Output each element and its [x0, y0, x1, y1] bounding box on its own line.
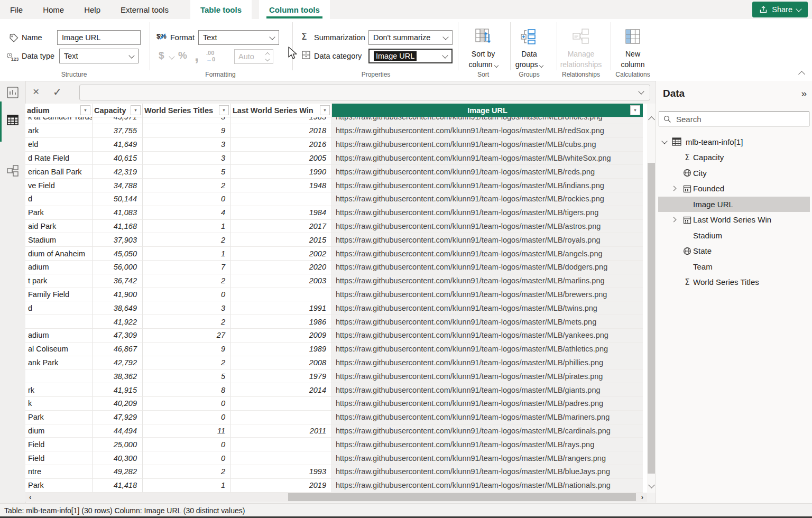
- titles-cell[interactable]: 3: [143, 152, 231, 165]
- stadium-cell[interactable]: adium: [25, 261, 93, 274]
- last-win-cell[interactable]: [231, 288, 332, 302]
- capacity-cell[interactable]: 41,168: [93, 220, 143, 234]
- capacity-cell[interactable]: 41,418: [93, 479, 143, 493]
- chevron-right-icon[interactable]: [671, 186, 677, 191]
- field-item-world-series-titles[interactable]: ΣWorld Series Titles: [656, 274, 812, 290]
- tab-home[interactable]: Home: [33, 0, 74, 19]
- last-win-cell[interactable]: 2018: [231, 124, 332, 138]
- last-win-cell[interactable]: 2019: [231, 479, 332, 493]
- search-input[interactable]: Search: [659, 112, 809, 126]
- chevron-right-icon[interactable]: [671, 217, 677, 223]
- scroll-up-icon[interactable]: [648, 116, 655, 123]
- image-url-cell[interactable]: https://raw.githubusercontent.com/klunn9…: [332, 288, 643, 302]
- stadium-cell[interactable]: adium: [25, 329, 93, 343]
- last-win-cell[interactable]: 2003: [231, 274, 332, 288]
- stadium-cell[interactable]: aid Park: [25, 220, 93, 234]
- capacity-cell[interactable]: 56,000: [93, 261, 143, 274]
- table-node-mlb-team-info[interactable]: mlb-team-info[1]: [656, 134, 812, 150]
- stadium-cell[interactable]: Family Field: [25, 288, 93, 302]
- capacity-cell[interactable]: 46,867: [93, 343, 143, 356]
- name-input[interactable]: Image URL: [57, 30, 141, 45]
- collapse-ribbon-icon[interactable]: [798, 71, 805, 78]
- last-win-cell[interactable]: 2009: [231, 329, 332, 343]
- last-win-cell[interactable]: 2020: [231, 261, 332, 274]
- image-url-cell[interactable]: https://raw.githubusercontent.com/klunn9…: [332, 301, 643, 315]
- report-view-icon[interactable]: [6, 86, 19, 99]
- titles-cell[interactable]: 2: [143, 356, 231, 370]
- stadium-cell[interactable]: Park: [25, 206, 93, 220]
- titles-cell[interactable]: 0: [143, 192, 231, 206]
- last-win-cell[interactable]: 1990: [231, 165, 332, 179]
- last-win-cell[interactable]: 1991: [231, 301, 332, 315]
- column-header-capacity[interactable]: Capacity▼: [93, 104, 143, 117]
- image-url-cell[interactable]: https://raw.githubusercontent.com/klunn9…: [332, 329, 643, 343]
- last-win-cell[interactable]: 1989: [231, 343, 332, 356]
- image-url-cell[interactable]: https://raw.githubusercontent.com/klunn9…: [332, 247, 643, 261]
- capacity-cell[interactable]: 47,309: [93, 329, 143, 343]
- capacity-cell[interactable]: 40,300: [93, 451, 143, 465]
- image-url-cell[interactable]: https://raw.githubusercontent.com/klunn9…: [332, 424, 643, 438]
- stadium-cell[interactable]: Park: [25, 411, 93, 424]
- image-url-cell[interactable]: https://raw.githubusercontent.com/klunn9…: [332, 369, 643, 383]
- capacity-cell[interactable]: 41,922: [93, 315, 143, 329]
- image-url-cell[interactable]: https://raw.githubusercontent.com/klunn9…: [332, 383, 643, 397]
- titles-cell[interactable]: 11: [143, 424, 231, 438]
- capacity-cell[interactable]: 50,144: [93, 192, 143, 206]
- image-url-cell[interactable]: https://raw.githubusercontent.com/klunn9…: [332, 343, 643, 356]
- column-header-world-series-titles[interactable]: World Series Titles▼: [143, 104, 231, 117]
- field-item-founded[interactable]: Founded: [656, 181, 812, 197]
- last-win-cell[interactable]: 1948: [231, 179, 332, 192]
- last-win-cell[interactable]: 2014: [231, 383, 332, 397]
- image-url-cell[interactable]: https://raw.githubusercontent.com/klunn9…: [332, 261, 643, 274]
- titles-cell[interactable]: 3: [143, 138, 231, 152]
- last-win-cell[interactable]: [231, 451, 332, 465]
- column-header-image-url[interactable]: Image URL▼: [332, 104, 643, 117]
- image-url-cell[interactable]: https://raw.githubusercontent.com/klunn9…: [332, 438, 643, 451]
- image-url-cell[interactable]: https://raw.githubusercontent.com/klunn9…: [332, 315, 643, 329]
- image-url-cell[interactable]: https://raw.githubusercontent.com/klunn9…: [332, 124, 643, 138]
- stadium-cell[interactable]: ve Field: [25, 179, 93, 192]
- capacity-cell[interactable]: 49,282: [93, 465, 143, 479]
- stadium-cell[interactable]: d: [25, 192, 93, 206]
- stadium-cell[interactable]: erican Ball Park: [25, 165, 93, 179]
- capacity-cell[interactable]: 40,209: [93, 397, 143, 411]
- thousands-separator-icon[interactable]: ,: [195, 47, 199, 64]
- last-win-cell[interactable]: 1984: [231, 206, 332, 220]
- scroll-right-icon[interactable]: ›: [641, 495, 643, 500]
- datatype-select[interactable]: Text: [59, 49, 139, 63]
- image-url-cell[interactable]: https://raw.githubusercontent.com/klunn9…: [332, 165, 643, 179]
- stadium-cell[interactable]: Stadium: [25, 233, 93, 247]
- last-win-cell[interactable]: 2015: [231, 233, 332, 247]
- titles-cell[interactable]: 2: [143, 465, 231, 479]
- tab-column-tools[interactable]: Column tools: [259, 0, 330, 19]
- image-url-cell[interactable]: https://raw.githubusercontent.com/klunn9…: [332, 411, 643, 424]
- stadium-cell[interactable]: ark: [25, 124, 93, 138]
- last-win-cell[interactable]: 2008: [231, 356, 332, 370]
- last-win-cell[interactable]: 1986: [231, 315, 332, 329]
- titles-cell[interactable]: 3: [143, 301, 231, 315]
- stadium-cell[interactable]: Park: [25, 479, 93, 493]
- capacity-cell[interactable]: 34,788: [93, 179, 143, 192]
- image-url-cell[interactable]: https://raw.githubusercontent.com/klunn9…: [332, 152, 643, 165]
- titles-cell[interactable]: 0: [143, 288, 231, 302]
- titles-cell[interactable]: 2: [143, 315, 231, 329]
- percent-format-icon[interactable]: %: [178, 50, 187, 61]
- filter-dropdown-icon[interactable]: ▼: [131, 105, 141, 115]
- capacity-cell[interactable]: 41,649: [93, 138, 143, 152]
- titles-cell[interactable]: 9: [143, 124, 231, 138]
- image-url-cell[interactable]: https://raw.githubusercontent.com/klunn9…: [332, 220, 643, 234]
- data-groups-button[interactable]: Datagroups: [500, 49, 558, 70]
- image-url-cell[interactable]: https://raw.githubusercontent.com/klunn9…: [332, 274, 643, 288]
- field-item-city[interactable]: City: [656, 165, 812, 181]
- last-win-cell[interactable]: [231, 411, 332, 424]
- capacity-cell[interactable]: 41,083: [93, 206, 143, 220]
- data-category-select[interactable]: Image URL: [368, 49, 453, 63]
- titles-cell[interactable]: 27: [143, 329, 231, 343]
- titles-cell[interactable]: 8: [143, 383, 231, 397]
- capacity-cell[interactable]: 36,742: [93, 274, 143, 288]
- titles-cell[interactable]: 5: [143, 165, 231, 179]
- titles-cell[interactable]: 2: [143, 274, 231, 288]
- capacity-cell[interactable]: 38,362: [93, 369, 143, 383]
- formula-bar-expand-icon[interactable]: [638, 88, 644, 94]
- titles-cell[interactable]: 3: [143, 117, 231, 124]
